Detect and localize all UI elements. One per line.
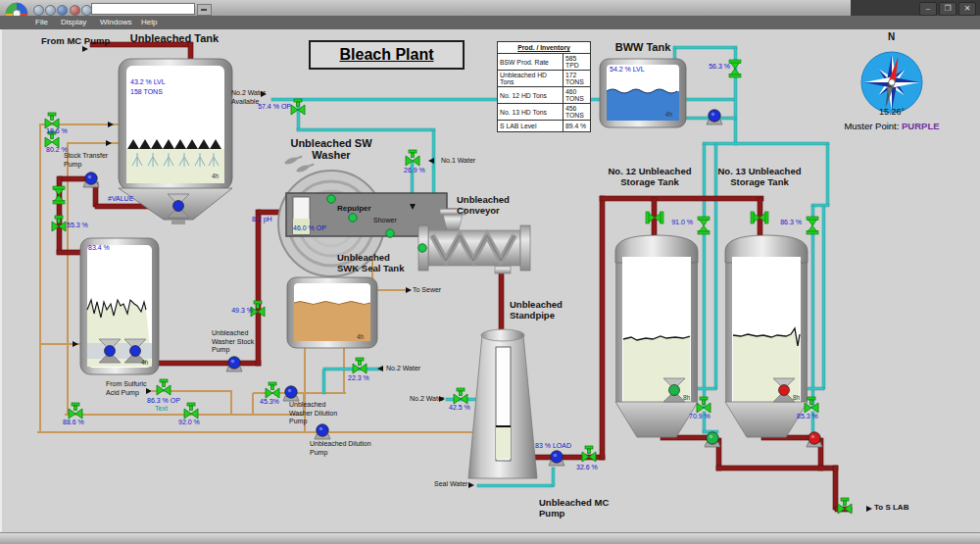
address-input[interactable]: [91, 3, 195, 15]
valve-863b-readout: 86.3 %: [774, 219, 802, 227]
stock-tank[interactable]: [80, 238, 159, 374]
no1-water-label: No.1 Water: [441, 157, 475, 166]
to-sewer-label: To Sewer: [413, 286, 441, 295]
tank12-title: No. 12 Unbleached Storage Tank: [595, 166, 705, 187]
collapse-button[interactable]: [197, 4, 212, 16]
valve-453: [266, 382, 279, 398]
sulfuric-valve: [157, 379, 171, 395]
muster-label: Muster Point:: [844, 121, 899, 131]
maximize-button[interactable]: ❐: [939, 2, 956, 16]
table-row: S LAB Level89.4 %: [498, 121, 591, 132]
trend-link[interactable]: 4h: [141, 359, 148, 368]
menu-display[interactable]: Display: [57, 16, 90, 29]
muster-value: PURPLE: [902, 121, 940, 131]
sw-washer-title: Unbleached SW Washer: [272, 137, 390, 161]
valve-223: [353, 358, 367, 373]
valve-563: [729, 60, 741, 77]
storage-tank-13[interactable]: [725, 235, 808, 437]
valve-920-readout: 92.0 %: [178, 419, 200, 427]
standpipe-title: Unbleached Standpipe: [510, 299, 572, 321]
valve-910: [698, 217, 710, 234]
trend-link[interactable]: 4h: [665, 111, 672, 120]
no2-water-seal-label: No.2 Water: [386, 365, 420, 373]
from-mc-pump-label: From MC Pump: [41, 35, 110, 46]
washer-dilution-pump-label: Unbleached Washer Dilution Pump: [289, 401, 350, 426]
spray-valve-1: [45, 113, 59, 128]
tank12-pump: [705, 432, 720, 447]
valve-563-readout: 56.3 %: [702, 63, 730, 72]
bww-tank-title: BWW Tank: [604, 41, 682, 53]
washer-stock-pump: [226, 357, 242, 371]
toolbar-button[interactable]: [33, 5, 44, 16]
dilution-pump: [315, 424, 330, 439]
unbleached-tank-title: Unbleached Tank: [118, 32, 231, 44]
repulper-label: Repulper: [337, 205, 371, 214]
valve-863b: [807, 217, 818, 234]
valve-886-readout: 88.6 %: [63, 419, 84, 427]
toolbar-button[interactable]: [45, 5, 56, 16]
valve-553-readout: 55.3 %: [67, 222, 88, 230]
no2-water-sp-label: No.2 Water: [410, 395, 444, 404]
valve-453-readout: 45.3%: [260, 398, 279, 407]
sulfuric-label: From Sulfuric Acid Pump: [106, 380, 155, 397]
menu-file[interactable]: File: [31, 16, 52, 29]
valve-425-readout: 42.5 %: [449, 404, 470, 413]
unbleached-standpipe[interactable]: [468, 329, 537, 478]
valve-920: [184, 403, 198, 419]
valve-223-readout: 22.3 %: [348, 374, 369, 383]
valve-853-readout: 85.3 %: [797, 413, 818, 421]
inventory-table: Prod. / Inventory BSW Prod. Rate585 TPD …: [497, 41, 591, 132]
hmi-window: From MC Pump Unbleached Tank 43.2 % LVL …: [0, 0, 980, 544]
trend-link[interactable]: 8h: [793, 394, 800, 403]
mc-pump-load: 83 % LOAD: [535, 442, 571, 451]
close-button[interactable]: ✕: [958, 2, 976, 16]
repulper-op-readout: 46.0 % OP: [293, 224, 326, 233]
table-row: BSW Prod. Rate585 TPD: [498, 54, 591, 71]
shower-label: Shower: [373, 217, 397, 225]
seal-water-label: Seal Water: [434, 480, 467, 489]
bww-pump: [707, 110, 722, 124]
unbleached-tank-level: 43.2 % LVL: [130, 78, 166, 87]
seal-tank-title: Unbleached SWK Seal Tank: [337, 252, 408, 273]
table-row: Unbleached HD Tons172 TONS: [498, 71, 591, 87]
stock-transfer-pump: [83, 173, 99, 187]
trend-link[interactable]: 4h: [357, 333, 364, 342]
to-s-lab-label: To S LAB: [874, 504, 908, 513]
compass-bearing: 15.26°: [867, 108, 916, 117]
valve-886: [69, 403, 82, 419]
table-row: No. 12 HD Tons460 TONS: [498, 87, 591, 104]
sulfuric-tag: Text: [155, 405, 168, 414]
stock-transfer-pump-label: Stock Transfer Pump: [64, 152, 122, 169]
valve-269-readout: 26.9 %: [404, 167, 425, 175]
plant-title: Bleach Plant: [339, 46, 433, 63]
storage-tank-12[interactable]: [615, 235, 698, 437]
unbleached-tank-tons: 158 TONS: [130, 88, 163, 97]
title-bar: – ❐ ✕: [0, 0, 980, 17]
valve-910-readout: 91.0 %: [665, 219, 693, 227]
toolbar-button[interactable]: [57, 5, 68, 16]
window-bottom-edge: [0, 532, 980, 544]
trend-link[interactable]: 8h: [683, 394, 690, 403]
tank13-pump: [807, 432, 822, 447]
valve-425: [454, 388, 467, 404]
inventory-title: Prod. / Inventory: [498, 42, 591, 54]
plant-title-box: Bleach Plant: [309, 40, 465, 70]
valve-709-readout: 70.9 %: [689, 413, 710, 421]
menu-help[interactable]: Help: [137, 16, 161, 29]
conveyor-title: Unbleached Conveyor: [457, 194, 519, 216]
mc-pump-label: Unbleached MC Pump: [539, 497, 610, 519]
minimize-button[interactable]: –: [919, 2, 937, 16]
menu-bar: File Display Windows Help: [0, 16, 980, 29]
toolbar-button[interactable]: [70, 5, 80, 16]
trend-link[interactable]: 4h: [212, 173, 219, 181]
valve-493-readout: 49.3 %: [221, 307, 253, 316]
valve-326-readout: 32.6 %: [576, 464, 598, 472]
stock-tank-level: 83.4 %: [88, 244, 110, 253]
value-error-tag: #VALUE: [108, 195, 133, 204]
washer-dilution-pump: [283, 386, 299, 401]
compass-north-label: N: [888, 33, 895, 42]
check-valve: [53, 186, 65, 204]
muster-point: Muster Point: PURPLE: [831, 121, 953, 131]
menu-windows[interactable]: Windows: [96, 16, 135, 29]
valve-186-readout: 18.6 %: [46, 127, 68, 136]
